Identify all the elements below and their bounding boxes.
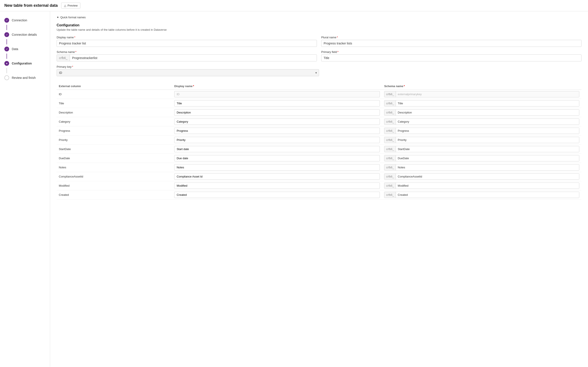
preview-button[interactable]: △ Preview — [61, 3, 80, 8]
col-display-header: Display name* — [172, 83, 382, 90]
sidebar-item-review[interactable]: Review and finish — [0, 73, 50, 82]
display-name-input[interactable] — [57, 40, 317, 47]
display-col-cell — [172, 126, 382, 135]
display-col-cell — [172, 135, 382, 145]
schema-col-wrap: crfb6_ — [384, 109, 579, 116]
connector-4 — [7, 68, 7, 73]
plural-name-input[interactable] — [321, 40, 581, 47]
schema-value-input[interactable] — [70, 55, 317, 61]
sidebar-label-connection-details: Connection details — [12, 33, 37, 36]
display-col-input[interactable] — [174, 183, 380, 189]
schema-col-wrap: crfb6_ — [384, 91, 579, 97]
schema-col-prefix: crfb6_ — [384, 100, 396, 106]
schema-col-input[interactable] — [396, 91, 579, 97]
display-col-input[interactable] — [174, 137, 380, 143]
primary-key-group: Primary key* ID ▾ — [57, 65, 581, 76]
display-col-input[interactable] — [174, 91, 380, 97]
page-title: New table from external data — [4, 3, 58, 8]
table-row: Modifiedcrfb6_ — [57, 181, 581, 190]
page-header: New table from external data △ Preview — [0, 0, 588, 11]
schema-col-input[interactable] — [396, 174, 579, 179]
columns-table: External column Display name* Schema nam… — [57, 83, 581, 200]
external-col-cell: StartDate — [57, 145, 172, 154]
schema-col-input[interactable] — [396, 192, 579, 198]
schema-col-input[interactable] — [396, 155, 579, 161]
connector-2 — [7, 39, 7, 44]
schema-col-prefix: crfb6_ — [384, 109, 396, 116]
step-circle-configuration: ● — [4, 61, 9, 66]
sidebar-item-data[interactable]: ✓ Data — [0, 44, 50, 54]
schema-col-wrap: crfb6_ — [384, 118, 579, 125]
display-col-input[interactable] — [174, 155, 380, 161]
quick-format-label: Quick format names — [60, 16, 86, 19]
schema-col-wrap: crfb6_ — [384, 137, 579, 143]
main-layout: ✓ Connection ✓ Connection details ✓ Data… — [0, 11, 588, 367]
display-col-cell — [172, 163, 382, 172]
schema-col-input[interactable] — [396, 128, 579, 134]
preview-label: Preview — [67, 4, 77, 7]
table-row: DueDatecrfb6_ — [57, 154, 581, 163]
schema-col-cell: crfb6_ — [382, 90, 581, 99]
schema-col-cell: crfb6_ — [382, 145, 581, 154]
schema-col-wrap: crfb6_ — [384, 173, 579, 180]
schema-col-cell: crfb6_ — [382, 172, 581, 181]
connector-3 — [7, 54, 7, 59]
display-col-input[interactable] — [174, 118, 380, 125]
table-row: Prioritycrfb6_ — [57, 135, 581, 145]
schema-col-prefix: crfb6_ — [384, 119, 396, 125]
schema-col-input[interactable] — [396, 119, 579, 125]
quick-format-button[interactable]: ✦ Quick format names — [57, 16, 581, 19]
schema-col-prefix: crfb6_ — [384, 164, 396, 170]
table-row: ComplianceAssetIdcrfb6_ — [57, 172, 581, 181]
schema-col-cell: crfb6_ — [382, 117, 581, 126]
display-col-input[interactable] — [174, 164, 380, 171]
name-row: Display name* Plural name* — [57, 36, 581, 47]
schema-col-prefix: crfb6_ — [384, 146, 396, 152]
display-col-input[interactable] — [174, 173, 380, 180]
sidebar-item-configuration[interactable]: ● Configuration — [0, 59, 50, 68]
external-col-cell: Title — [57, 99, 172, 108]
display-col-input[interactable] — [174, 128, 380, 134]
schema-col-wrap: crfb6_ — [384, 146, 579, 152]
display-col-input[interactable] — [174, 192, 380, 198]
schema-name-group: Schema name* crfb6_ — [57, 50, 317, 61]
display-col-input[interactable] — [174, 100, 380, 107]
primary-key-label: Primary key* — [57, 65, 73, 68]
schema-col-cell: crfb6_ — [382, 163, 581, 172]
schema-col-input[interactable] — [396, 137, 579, 143]
display-col-cell — [172, 190, 382, 200]
schema-col-input[interactable] — [396, 183, 579, 189]
display-col-cell — [172, 181, 382, 190]
schema-col-prefix: crfb6_ — [384, 192, 396, 198]
plural-name-label: Plural name* — [321, 36, 581, 39]
schema-col-cell: crfb6_ — [382, 135, 581, 145]
schema-col-input[interactable] — [396, 146, 579, 152]
primary-key-select[interactable]: ID — [57, 69, 319, 76]
sidebar-item-connection[interactable]: ✓ Connection — [0, 16, 50, 25]
connector-1 — [7, 25, 7, 30]
quick-format-icon: ✦ — [57, 16, 59, 19]
schema-col-cell: crfb6_ — [382, 181, 581, 190]
columns-header-row: External column Display name* Schema nam… — [57, 83, 581, 90]
table-row: Createdcrfb6_ — [57, 190, 581, 200]
sidebar-item-connection-details[interactable]: ✓ Connection details — [0, 30, 50, 39]
schema-name-wrap: crfb6_ — [57, 54, 317, 61]
sidebar: ✓ Connection ✓ Connection details ✓ Data… — [0, 11, 50, 367]
display-col-input[interactable] — [174, 146, 380, 152]
schema-col-prefix: crfb6_ — [384, 137, 396, 143]
schema-col-prefix: crfb6_ — [384, 128, 396, 134]
schema-col-input[interactable] — [396, 109, 579, 116]
display-col-input[interactable] — [174, 109, 380, 116]
schema-col-cell: crfb6_ — [382, 99, 581, 108]
external-col-cell: DueDate — [57, 154, 172, 163]
schema-col-cell: crfb6_ — [382, 190, 581, 200]
schema-col-prefix: crfb6_ — [384, 155, 396, 161]
schema-col-input[interactable] — [396, 164, 579, 170]
columns-table-header: External column Display name* Schema nam… — [57, 83, 581, 90]
schema-col-prefix: crfb6_ — [384, 91, 396, 97]
main-content: ✦ Quick format names Configuration Updat… — [50, 11, 588, 367]
display-name-group: Display name* — [57, 36, 317, 47]
primary-field-input[interactable] — [321, 54, 581, 61]
schema-col-cell: crfb6_ — [382, 154, 581, 163]
schema-col-input[interactable] — [396, 100, 579, 106]
